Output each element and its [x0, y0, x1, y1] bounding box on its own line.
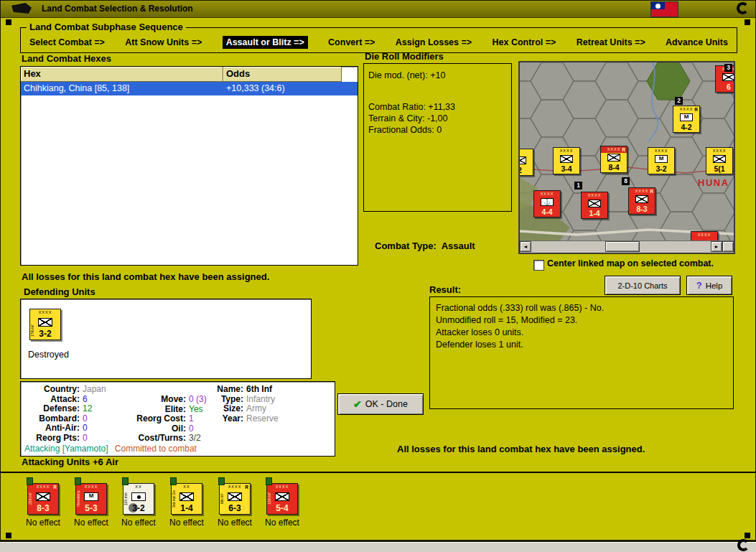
- map-unit-counter[interactable]: XXXX 1-4: [581, 192, 608, 219]
- unit-counter[interactable]: XXXX R 25th Inf 8-3: [27, 483, 59, 515]
- odds-cell: +10,333 (34:6): [223, 82, 342, 95]
- help-button[interactable]: Help: [686, 276, 732, 295]
- column-header-hex[interactable]: Hex: [21, 67, 223, 82]
- info-value: Yes: [189, 404, 203, 414]
- combat-hex-list[interactable]: Hex Odds Chihkiang, China [85, 138] +10,…: [20, 66, 358, 266]
- committed-marker-icon: [266, 477, 272, 485]
- map-unit-counter[interactable]: XXXX R 8-4: [600, 146, 627, 173]
- unit-counter[interactable]: XX 3rd Ind Div 1-4: [171, 483, 202, 515]
- die-roll-modifiers-title: Die Roll Modifiers: [365, 51, 444, 62]
- unit-size-label: XXXX: [691, 233, 717, 237]
- unit-strength: 4-4: [534, 207, 560, 216]
- attacking-unit[interactable]: XX 3rd Ind Div 1-4 No effect: [164, 477, 210, 528]
- attacking-unit[interactable]: XXXX 12th Inf 5-4 No effect: [259, 477, 305, 528]
- map-unit-counter[interactable]: XXXX: [691, 231, 718, 241]
- unit-strength: 3-2: [30, 329, 60, 339]
- map-unit-counter[interactable]: 2: [520, 149, 533, 176]
- unit-strength: 4-2: [673, 123, 699, 131]
- result-title: Result:: [429, 284, 461, 295]
- window-control-icon[interactable]: [737, 2, 749, 14]
- unit-badge: R: [622, 147, 625, 152]
- titlebar[interactable]: Land Combat Selection & Resolution: [0, 0, 756, 18]
- map-panel[interactable]: HUNA XXXX R 4-2 XXXX 6 XXXX 3-4 XXXX R 8…: [518, 61, 735, 254]
- unit-counter[interactable]: XX 105 mm 3-2: [123, 483, 154, 515]
- column-header-odds[interactable]: Odds: [223, 67, 342, 82]
- attacking-unit[interactable]: XXXX R 25th Inf 8-3 No effect: [20, 477, 66, 528]
- map-unit-counter[interactable]: XXXX 5(1: [706, 147, 733, 174]
- defender-status: Destroyed: [28, 350, 69, 360]
- attacking-unit[interactable]: XX 105 mm 3-2 No effect: [116, 477, 162, 528]
- info-value: 6: [83, 394, 88, 404]
- artillery-symbol-icon: [131, 492, 146, 501]
- militia-symbol-icon: [655, 155, 668, 163]
- map-horizontal-scrollbar[interactable]: [520, 240, 734, 253]
- committed-marker-icon: [75, 477, 81, 485]
- map-unit-counter[interactable]: XXXX 4-4: [533, 190, 561, 217]
- attacking-commander: Attacking [Yamamoto]: [24, 444, 108, 454]
- unit-counter[interactable]: XXXX 12th Inf 5-4: [266, 483, 298, 515]
- defending-unit-counter[interactable]: XXXX 17th Inf 3-2: [29, 309, 61, 340]
- unit-effect-label: No effect: [68, 518, 114, 528]
- unit-counter[interactable]: XXXX R 6th Inf 6-3: [219, 483, 251, 515]
- militia-symbol-icon: [680, 113, 693, 121]
- window-control-icon[interactable]: [737, 539, 750, 551]
- unit-strength: 6-3: [220, 503, 250, 513]
- scroll-right-icon[interactable]: [711, 241, 722, 252]
- infantry-symbol-icon: [588, 200, 601, 207]
- resize-handle[interactable]: [6, 19, 11, 25]
- map-unit-counter[interactable]: XXXX R 8-3: [628, 187, 655, 215]
- resize-handle[interactable]: [6, 533, 11, 538]
- scroll-track[interactable]: [531, 241, 711, 253]
- unit-size-label: XXXX: [648, 149, 674, 153]
- unit-badge: R: [245, 485, 248, 490]
- help-button-label: Help: [706, 281, 723, 290]
- unit-strength: 3-4: [554, 164, 579, 173]
- attacking-unit[interactable]: XXXX Hiroshima 5-3 No effect: [68, 477, 114, 528]
- info-value: Army: [246, 403, 266, 413]
- info-value: 1: [189, 413, 194, 424]
- stack-count-marker: 1: [574, 182, 582, 190]
- map-unit-counter[interactable]: XXXX 3-4: [553, 147, 580, 174]
- infantry-symbol-icon: [635, 195, 648, 203]
- charts-button[interactable]: 2-D-10 Charts: [605, 276, 681, 295]
- info-label: Reorg Cost:: [127, 414, 186, 424]
- map-unit-counter[interactable]: XXXX R 4-2: [673, 106, 700, 133]
- stack-count-marker: 2: [675, 97, 683, 105]
- info-label: Bombard:: [24, 414, 80, 424]
- scroll-corner: [722, 241, 734, 252]
- ok-done-button[interactable]: OK - Done: [337, 393, 424, 415]
- info-value: Reserve: [246, 413, 279, 424]
- unit-strength: 5(1: [706, 164, 732, 173]
- unit-strength: 6: [716, 83, 734, 91]
- center-map-checkbox[interactable]: [533, 260, 544, 271]
- info-label: Year:: [213, 414, 243, 424]
- committed-marker-icon: [27, 477, 33, 485]
- committed-marker-icon: [218, 477, 225, 485]
- unit-counter[interactable]: XXXX Hiroshima 5-3: [75, 483, 107, 515]
- unit-strength: 8-3: [28, 503, 58, 513]
- step-hex-control: Hex Control =>: [493, 37, 556, 47]
- info-value: 0: [83, 433, 88, 443]
- step-assign-losses: Assign Losses =>: [396, 37, 472, 47]
- resize-handle[interactable]: [745, 533, 750, 538]
- hex-cell: Chihkiang, China [85, 138]: [21, 82, 223, 95]
- center-map-checkbox-label[interactable]: Center linked map on selected combat.: [547, 258, 714, 268]
- map-unit-counter[interactable]: XXXX 3-2: [648, 147, 675, 174]
- unit-badge: R: [53, 485, 57, 490]
- combat-hex-row[interactable]: Chihkiang, China [85, 138] +10,333 (34:6…: [21, 82, 358, 95]
- step-select-combat: Select Combat =>: [29, 37, 105, 47]
- infantry-symbol-icon: [38, 318, 52, 327]
- map-viewport[interactable]: HUNA XXXX R 4-2 XXXX 6 XXXX 3-4 XXXX R 8…: [520, 62, 734, 241]
- scroll-thumb[interactable]: [605, 241, 640, 252]
- unit-info-col1: Country:Japan Attack:6 Defense:12 Bombar…: [24, 385, 131, 443]
- info-value: 3/2: [189, 433, 201, 443]
- unit-strength: 1-4: [582, 209, 607, 217]
- unit-strength: 3-2: [648, 164, 674, 173]
- resize-handle[interactable]: [745, 19, 750, 25]
- attacking-unit[interactable]: XXXX R 6th Inf 6-3 No effect: [212, 477, 258, 528]
- check-icon: [353, 398, 362, 410]
- app-icon: [11, 3, 32, 14]
- militia-symbol-icon: [84, 492, 98, 501]
- step-retreat-units: Retreat Units =>: [577, 37, 645, 47]
- scroll-left-icon[interactable]: [520, 241, 531, 252]
